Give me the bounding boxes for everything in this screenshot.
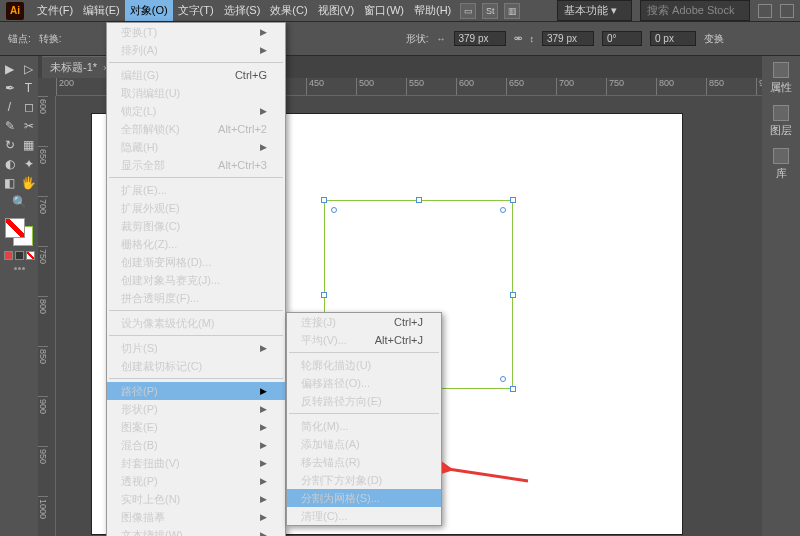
svg-line-0	[448, 469, 528, 481]
menu-item: 扩展外观(E)	[107, 199, 285, 217]
menu-0[interactable]: 文件(F)	[32, 0, 78, 21]
menu-2[interactable]: 对象(O)	[125, 0, 173, 21]
menu-item[interactable]: 轮廓化描边(U)	[287, 356, 441, 374]
menu-item[interactable]: 添加锚点(A)	[287, 435, 441, 453]
menu-item: 移去锚点(R)	[287, 453, 441, 471]
path-submenu-dropdown[interactable]: 连接(J)Ctrl+J平均(V)...Alt+Ctrl+J轮廓化描边(U)偏移路…	[286, 312, 442, 526]
ruler-vertical: 6006507007508008509009501000	[38, 96, 56, 536]
menu-item[interactable]: 形状(P)▶	[107, 400, 285, 418]
menu-1[interactable]: 编辑(E)	[78, 0, 125, 21]
menu-item[interactable]: 栅格化(Z)...	[107, 235, 285, 253]
st-icon[interactable]: St	[482, 3, 498, 19]
menu-item[interactable]: 锁定(L)▶	[107, 102, 285, 120]
anchor-label: 锚点:	[8, 32, 31, 46]
menu-item[interactable]: 平均(V)...Alt+Ctrl+J	[287, 331, 441, 349]
menu-item[interactable]: 路径(P)▶	[107, 382, 285, 400]
menu-item[interactable]: 扩展(E)...	[107, 181, 285, 199]
menu-item[interactable]: 连接(J)Ctrl+J	[287, 313, 441, 331]
width-input[interactable]: 379 px	[454, 31, 506, 46]
direct-selection-tool[interactable]: ▷	[20, 60, 38, 78]
menu-item[interactable]: 创建渐变网格(D)...	[107, 253, 285, 271]
menu-item[interactable]: 变换(T)▶	[107, 23, 285, 41]
window-max-icon[interactable]	[780, 4, 794, 18]
menu-item[interactable]: 清理(C)...	[287, 507, 441, 525]
fill-stroke-swatch[interactable]	[5, 218, 33, 246]
menu-item[interactable]: 混合(B)▶	[107, 436, 285, 454]
menubar: 文件(F)编辑(E)对象(O)文字(T)选择(S)效果(C)视图(V)窗口(W)…	[32, 0, 456, 21]
shape-label: 形状:	[406, 32, 429, 46]
convert-label: 转换:	[39, 32, 62, 46]
menu-item: 创建对象马赛克(J)...	[107, 271, 285, 289]
layout-icon[interactable]: ▭	[460, 3, 476, 19]
rotate-input[interactable]: 0°	[602, 31, 642, 46]
menu-4[interactable]: 选择(S)	[219, 0, 266, 21]
menu-item[interactable]: 图像描摹▶	[107, 508, 285, 526]
menu-item[interactable]: 封套扭曲(V)▶	[107, 454, 285, 472]
menu-7[interactable]: 窗口(W)	[359, 0, 409, 21]
menu-item[interactable]: 排列(A)▶	[107, 41, 285, 59]
selection-tool[interactable]: ▶	[1, 60, 19, 78]
menu-item[interactable]: 隐藏(H)▶	[107, 138, 285, 156]
grid-tool[interactable]: ▦	[20, 136, 38, 154]
menu-8[interactable]: 帮助(H)	[409, 0, 456, 21]
menu-item[interactable]: 切片(S)▶	[107, 339, 285, 357]
menu-item[interactable]: 偏移路径(O)...	[287, 374, 441, 392]
menu-item[interactable]: 文本绕排(W)▶	[107, 526, 285, 536]
symbol-tool[interactable]: ✦	[20, 155, 38, 173]
menu-item[interactable]: 简化(M)...	[287, 417, 441, 435]
menu-item[interactable]: 设为像素级优化(M)	[107, 314, 285, 332]
rectangle-tool[interactable]: ◻	[20, 98, 38, 116]
tab-title: 未标题-1*	[50, 60, 97, 75]
menu-item[interactable]: 图案(E)▶	[107, 418, 285, 436]
toolbar: ▶▷ ✒T /◻ ✎✂ ↻▦ ◐✦ ◧🖐 🔍	[0, 56, 38, 536]
menu-item: 反转路径方向(E)	[287, 392, 441, 410]
height-input[interactable]: 379 px	[542, 31, 594, 46]
annotation-arrow	[442, 461, 532, 487]
menu-item: 取消编组(U)	[107, 84, 285, 102]
menu-item[interactable]: 实时上色(N)▶	[107, 490, 285, 508]
menu-item: 全部解锁(K)Alt+Ctrl+2	[107, 120, 285, 138]
artboard-tool[interactable]: ◧	[1, 174, 19, 192]
window-min-icon[interactable]	[758, 4, 772, 18]
line-tool[interactable]: /	[1, 98, 19, 116]
menu-item[interactable]: 创建裁切标记(C)	[107, 357, 285, 375]
corner-input[interactable]: 0 px	[650, 31, 696, 46]
menu-item: 显示全部Alt+Ctrl+3	[107, 156, 285, 174]
menu-item: 分割下方对象(D)	[287, 471, 441, 489]
type-tool[interactable]: T	[20, 79, 38, 97]
gradient-tool[interactable]: ◐	[1, 155, 19, 173]
menu-3[interactable]: 文字(T)	[173, 0, 219, 21]
brush-tool[interactable]: ✎	[1, 117, 19, 135]
menu-5[interactable]: 效果(C)	[265, 0, 312, 21]
arrange-icon[interactable]: ▥	[504, 3, 520, 19]
object-menu-dropdown[interactable]: 变换(T)▶排列(A)▶编组(G)Ctrl+G取消编组(U)锁定(L)▶全部解锁…	[106, 22, 286, 536]
properties-panel-icon[interactable]: 属性	[770, 62, 792, 95]
transform-label[interactable]: 变换	[704, 32, 724, 46]
menu-6[interactable]: 视图(V)	[313, 0, 360, 21]
menu-item[interactable]: 拼合透明度(F)...	[107, 289, 285, 307]
workspace-switcher[interactable]: 基本功能 ▾	[557, 0, 632, 21]
menu-item[interactable]: 分割为网格(S)...	[287, 489, 441, 507]
menu-item[interactable]: 透视(P)▶	[107, 472, 285, 490]
search-input[interactable]: 搜索 Adobe Stock	[640, 0, 750, 21]
hand-tool[interactable]: 🖐	[20, 174, 38, 192]
layers-panel-icon[interactable]: 图层	[770, 105, 792, 138]
app-logo: Ai	[6, 2, 24, 20]
rotate-tool[interactable]: ↻	[1, 136, 19, 154]
libraries-panel-icon[interactable]: 库	[773, 148, 789, 181]
menu-item[interactable]: 编组(G)Ctrl+G	[107, 66, 285, 84]
zoom-tool[interactable]: 🔍	[10, 193, 28, 211]
panel-dock: 属性 图层 库	[762, 56, 800, 536]
scissors-tool[interactable]: ✂	[20, 117, 38, 135]
pen-tool[interactable]: ✒	[1, 79, 19, 97]
menu-item: 裁剪图像(C)	[107, 217, 285, 235]
